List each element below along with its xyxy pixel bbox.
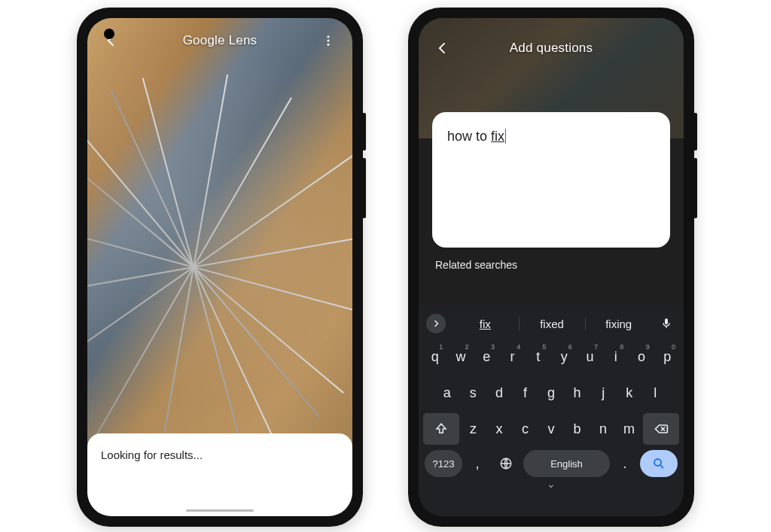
key-z[interactable]: z <box>462 413 486 445</box>
keyboard-bottom-row: ?123 , English . <box>422 447 681 480</box>
phone-side-button <box>362 113 366 150</box>
keyboard-row-2: asdfghjkl <box>422 375 681 411</box>
svg-point-2 <box>327 44 329 46</box>
key-u[interactable]: u7 <box>578 341 602 372</box>
related-searches-label: Related searches <box>435 259 517 271</box>
phone-right: Add questions how to fix Related searche… <box>408 8 694 527</box>
phone-side-button <box>693 113 697 150</box>
questions-header: Add questions <box>419 18 684 63</box>
key-b[interactable]: b <box>565 413 590 445</box>
comma-key[interactable]: , <box>466 450 489 477</box>
key-r[interactable]: r4 <box>501 341 524 372</box>
key-e[interactable]: e3 <box>475 341 498 372</box>
suggestion-item[interactable]: fixed <box>519 313 586 335</box>
input-text-prefix: how to <box>447 129 491 144</box>
screen-right: Add questions how to fix Related searche… <box>419 18 684 516</box>
svg-point-1 <box>327 40 329 42</box>
key-g[interactable]: g <box>539 377 563 409</box>
key-k[interactable]: k <box>617 377 641 409</box>
key-s[interactable]: s <box>462 377 486 409</box>
on-screen-keyboard: fix fixed fixing q1w2e3r4t5y6u7i8o9p0 as… <box>419 306 684 516</box>
key-d[interactable]: d <box>487 377 511 409</box>
phone-side-button <box>693 158 697 218</box>
phone-left: Google Lens Looking for results... <box>77 8 363 527</box>
suggestion-item[interactable]: fix <box>452 313 519 335</box>
suggestion-item[interactable]: fixing <box>585 313 652 335</box>
question-input-card[interactable]: how to fix <box>432 112 670 248</box>
key-c[interactable]: c <box>513 413 538 445</box>
text-cursor <box>505 129 506 144</box>
key-v[interactable]: v <box>539 413 563 445</box>
svg-point-0 <box>327 35 329 38</box>
key-o[interactable]: o9 <box>629 341 653 372</box>
voice-input-button[interactable] <box>657 318 676 330</box>
svg-point-4 <box>654 459 661 466</box>
input-text-current-word: fix <box>491 129 504 144</box>
keyboard-row-3: zxcvbnm <box>422 411 681 447</box>
key-l[interactable]: l <box>644 377 668 409</box>
expand-suggestions-button[interactable] <box>426 314 446 333</box>
language-switch-key[interactable] <box>492 450 520 477</box>
key-i[interactable]: i8 <box>604 341 627 372</box>
suggestion-row: fix fixed fixing <box>422 309 681 339</box>
key-f[interactable]: f <box>513 377 538 409</box>
screen-left: Google Lens Looking for results... <box>87 18 352 516</box>
search-key[interactable] <box>640 450 678 477</box>
lens-header: Google Lens <box>87 18 352 63</box>
key-p[interactable]: p0 <box>656 341 679 372</box>
collapse-keyboard-button[interactable]: ⌄ <box>422 480 681 492</box>
key-t[interactable]: t5 <box>526 341 550 372</box>
shift-key[interactable] <box>423 413 459 445</box>
spacebar-key[interactable]: English <box>523 450 610 477</box>
period-key[interactable]: . <box>614 450 636 477</box>
loading-status-text: Looking for results... <box>101 448 339 461</box>
phone-side-button <box>362 158 366 218</box>
symbols-key[interactable]: ?123 <box>425 450 462 477</box>
key-m[interactable]: m <box>617 413 641 445</box>
key-q[interactable]: q1 <box>423 341 446 372</box>
key-y[interactable]: y6 <box>552 341 575 372</box>
keyboard-row-1: q1w2e3r4t5y6u7i8o9p0 <box>422 339 681 375</box>
backspace-key[interactable] <box>643 413 679 445</box>
key-a[interactable]: a <box>435 377 459 409</box>
camera-hole <box>104 29 114 39</box>
key-n[interactable]: n <box>591 413 615 445</box>
header-title: Add questions <box>510 41 593 56</box>
more-options-button[interactable] <box>318 30 339 51</box>
back-button[interactable] <box>432 38 453 59</box>
question-input-text[interactable]: how to fix <box>447 129 655 144</box>
key-h[interactable]: h <box>565 377 590 409</box>
home-indicator[interactable] <box>186 509 254 512</box>
key-j[interactable]: j <box>591 377 615 409</box>
results-bottom-sheet[interactable]: Looking for results... <box>87 433 352 516</box>
key-w[interactable]: w2 <box>449 341 472 372</box>
app-title: Google Lens <box>183 33 258 48</box>
key-x[interactable]: x <box>487 413 511 445</box>
